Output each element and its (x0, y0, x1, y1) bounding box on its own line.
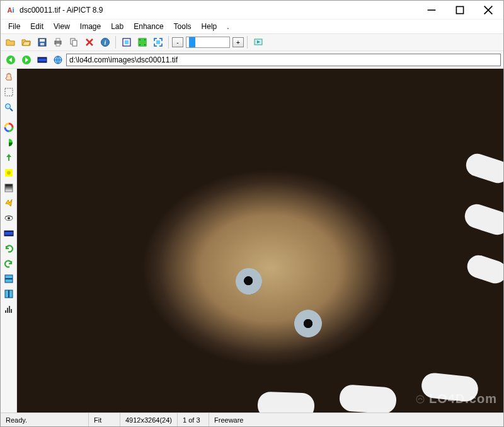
fit-window-icon (122, 37, 132, 47)
hand-tool[interactable] (2, 70, 16, 84)
brightness-icon (4, 168, 14, 178)
print-button[interactable] (50, 35, 65, 50)
watermark-icon (415, 394, 425, 404)
histogram-button[interactable] (2, 302, 16, 316)
svg-rect-44 (4, 235, 13, 237)
statusbar: Ready. Fit 4912x3264(24) 1 of 3 Freeware (1, 412, 503, 426)
svg-text:i: i (104, 39, 106, 46)
undo-button[interactable] (2, 242, 16, 255)
svg-rect-46 (5, 279, 13, 283)
zoom-in-button[interactable]: + (232, 37, 244, 47)
zoom-icon (4, 102, 14, 112)
actual-size-button[interactable] (135, 35, 149, 50)
hue-tool[interactable] (2, 136, 16, 149)
info-icon: i (100, 37, 110, 47)
zoom-slider[interactable] (186, 37, 230, 48)
svg-point-22 (139, 44, 140, 45)
menu-view[interactable]: View (49, 21, 75, 32)
color-wheel-tool[interactable] (2, 120, 16, 134)
fullscreen-icon (153, 37, 163, 47)
svg-rect-29 (38, 57, 47, 59)
copy-icon (69, 37, 79, 47)
menu-dot[interactable]: . (222, 21, 234, 32)
window-title: dsc00011.tif - AiPICT 8.9 (20, 6, 417, 15)
slider-thumb[interactable] (189, 37, 195, 47)
film-tool[interactable] (2, 226, 16, 240)
main-toolbar: i - + (1, 33, 503, 51)
watermark: LO4D.com (415, 392, 497, 406)
app-icon: Ai (6, 5, 16, 15)
maximize-icon (455, 5, 465, 15)
svg-rect-1 (456, 6, 463, 13)
menu-lab[interactable]: Lab (106, 21, 129, 32)
save-icon (37, 37, 47, 47)
brightness-tool[interactable] (2, 166, 16, 180)
next-button[interactable] (19, 52, 33, 67)
zoom-out-button[interactable]: - (172, 37, 183, 47)
open-button[interactable] (3, 35, 18, 50)
svg-point-23 (144, 44, 146, 45)
status-fit: Fit (89, 413, 120, 426)
delete-icon (84, 37, 94, 47)
save-button[interactable] (35, 35, 49, 50)
actual-size-icon (137, 37, 147, 47)
maximize-button[interactable] (445, 1, 474, 19)
reload-button[interactable] (50, 52, 65, 67)
prev-button[interactable] (3, 52, 18, 67)
fullscreen-button[interactable] (151, 35, 165, 50)
print-icon (53, 37, 63, 47)
arrow-left-icon (6, 55, 16, 65)
separator (115, 36, 116, 49)
split-v-icon (4, 289, 14, 299)
fit-window-button[interactable] (119, 35, 134, 50)
split-v-button[interactable] (2, 287, 16, 301)
nav-toolbar (1, 51, 503, 69)
undo-icon (4, 243, 14, 254)
info-button[interactable]: i (98, 35, 112, 50)
menu-enhance[interactable]: Enhance (129, 21, 168, 32)
image-content (17, 69, 503, 412)
svg-rect-6 (40, 43, 44, 45)
svg-rect-48 (9, 290, 13, 298)
browse-button[interactable] (19, 35, 33, 50)
open-folder-icon (6, 37, 16, 47)
arrow-right-icon (21, 55, 32, 65)
window-controls (417, 1, 502, 19)
auto-fix-tool[interactable] (2, 196, 16, 210)
export-tool[interactable] (2, 151, 16, 165)
titlebar: Ai dsc00011.tif - AiPICT 8.9 (1, 1, 503, 20)
status-dimensions: 4912x3264(24) (120, 413, 178, 426)
gradient-tool[interactable] (2, 181, 16, 195)
path-input[interactable] (66, 54, 501, 66)
menu-image[interactable]: Image (75, 21, 106, 32)
status-license: Freeware (209, 413, 503, 426)
histogram-icon (4, 304, 14, 314)
delete-button[interactable] (82, 35, 96, 50)
svg-rect-49 (5, 310, 6, 313)
minimize-icon (427, 5, 437, 15)
marquee-tool[interactable] (2, 85, 16, 99)
menu-tools[interactable]: Tools (169, 21, 197, 32)
film-strip-button[interactable] (35, 52, 49, 67)
redeye-icon (4, 213, 14, 223)
minimize-button[interactable] (417, 1, 445, 19)
zoom-tool[interactable] (2, 100, 16, 114)
svg-point-34 (5, 104, 10, 109)
redeye-tool[interactable] (2, 211, 16, 225)
svg-rect-24 (156, 40, 160, 44)
separator (168, 36, 169, 49)
copy-button[interactable] (66, 35, 81, 50)
split-h-button[interactable] (2, 272, 16, 286)
svg-rect-50 (7, 308, 8, 313)
menu-help[interactable]: Help (197, 21, 222, 32)
close-button[interactable] (474, 1, 502, 19)
redo-button[interactable] (2, 257, 16, 271)
globe-reload-icon (53, 55, 63, 65)
slideshow-button[interactable] (251, 35, 265, 50)
menu-file[interactable]: File (3, 21, 25, 32)
color-wheel-icon (4, 122, 14, 132)
image-canvas[interactable]: LO4D.com (17, 69, 503, 412)
menu-edit[interactable]: Edit (25, 21, 49, 32)
svg-rect-8 (56, 38, 60, 41)
status-index: 1 of 3 (178, 413, 209, 426)
